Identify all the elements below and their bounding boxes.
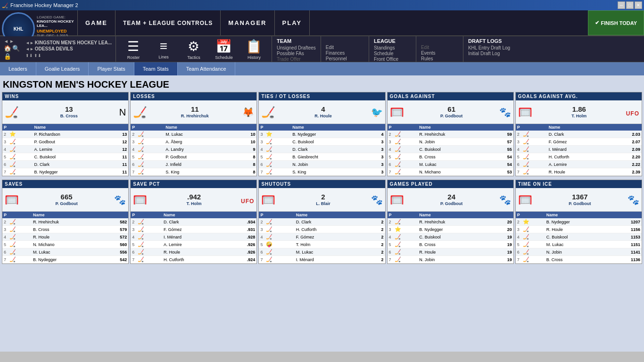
table-row[interactable]: 2 🏒 M. Lukac 10 [131,131,256,138]
table-row[interactable]: 7 🏒 H. Cutforth .924 [131,256,256,263]
table-row[interactable]: 6 🏒 D. Clark 11 [2,161,128,168]
nav-prev-arrow[interactable]: ◄ [4,39,8,44]
events-link[interactable]: Events [421,50,458,56]
table-row[interactable]: 3 🏒 F. Gómez 2.07 [516,138,642,146]
minimize-button[interactable]: ─ [618,1,625,9]
icon-cell: 🏒 [264,248,294,256]
tab-goalie-leaders[interactable]: Goalie Leaders [36,62,89,75]
table-row[interactable]: 4 🏒 D. Clark 3 [259,146,385,153]
lines-button[interactable]: ≡ Lines [150,36,177,62]
value-cell: 19 [494,256,513,263]
table-row[interactable]: 4 🏒 C. Buiskool 1153 [516,233,642,241]
maximize-button[interactable]: □ [626,1,634,9]
lock-icon[interactable]: 🔒 [4,53,11,60]
table-row[interactable]: 6 🏒 N. Jobin 3 [259,161,385,168]
table-row[interactable]: 3 ⭐ B. Nydegger 4 [259,131,385,138]
table-row[interactable]: 6 🏒 M. Lukac 54 [388,161,513,168]
table-row[interactable]: 4 🏒 A. Landry 9 [131,146,256,153]
table-row[interactable]: 3 🏒 A. Åberg 10 [131,138,256,146]
table-row[interactable]: 6 🏒 A. Lemire 2.22 [516,161,642,168]
tactics-button[interactable]: ⚙ Tactics [180,36,207,63]
possible-fas-link[interactable]: Possible FAs [277,51,316,56]
table-row[interactable]: 4 🏒 I. Ménard .928 [131,233,256,241]
table-row[interactable]: 3 🏒 B. Cross 579 [2,226,128,233]
table-row[interactable]: 4 🏒 C. Buiskool 19 [388,233,513,241]
table-row[interactable]: 6 🏒 N. Jobin 1141 [516,248,642,256]
table-row[interactable]: 7 🏒 I. Ménard 2 [259,256,385,263]
table-row[interactable]: 5 🏒 C. Buiskool 11 [2,153,128,161]
table-row[interactable]: 7 🏒 S. King 8 [131,168,256,176]
finances-link[interactable]: Finances [326,50,364,56]
khl-draft-log-link[interactable]: KHL Entry Draft Log [468,45,510,50]
table-row[interactable]: 3 🏒 H. Cutforth 2 [259,226,385,233]
table-row[interactable]: 7 🏒 B. Nydegger 11 [2,168,128,176]
table-row[interactable]: 2 🏒 R. Hrehirchuk 20 [388,218,513,226]
table-row[interactable]: 7 🏒 N. Michano 53 [388,168,513,176]
close-button[interactable]: ✕ [635,1,642,9]
table-row[interactable]: 7 🏒 B. Nydegger 542 [2,256,128,263]
standings-link[interactable]: Standings [374,45,411,50]
tab-player-stats[interactable]: Player Stats [89,62,134,75]
team1-name[interactable]: KINGSTON MEN'S HOCKEY LEA... [35,40,112,45]
table-row[interactable]: 7 🏒 R. Houle 2.39 [516,168,642,176]
table-row[interactable]: 7 🏒 B. Cross 1136 [516,256,642,263]
table-row[interactable]: 6 🏒 R. Houle 19 [388,248,513,256]
rank-cell: 6 [131,161,136,168]
icon-cell: 🏒 [8,241,32,248]
table-row[interactable]: 5 🏒 B. Cross 19 [388,241,513,248]
table-row[interactable]: 4 🏒 F. Gómez 2 [259,233,385,241]
tab-team-attendance[interactable]: Team Attendance [178,62,235,75]
table-row[interactable]: 3 🏒 R. Houle 1156 [516,226,642,233]
table-row[interactable]: 7 🏒 N. Jobin 19 [388,256,513,263]
roster-button[interactable]: ☰ Roster [120,36,147,63]
table-row[interactable]: 4 🏒 C. Buiskool 55 [388,146,513,153]
tab-team-stats[interactable]: Team Stats [134,62,178,75]
table-row[interactable]: 2 🏒 R. Hrehirchuk 59 [388,131,513,138]
table-row[interactable]: 2 🏒 D. Clark 2.03 [516,131,642,138]
table-row[interactable]: 4 🏒 I. Ménard 2.09 [516,146,642,153]
table-row[interactable]: 4 🏒 A. Lemire 12 [2,146,128,153]
history-button[interactable]: 📋 History [240,36,268,63]
table-row[interactable]: 3 🏒 N. Jobin 57 [388,138,513,146]
table-row[interactable]: 3 ⭐ B. Nydegger 20 [388,226,513,233]
team2-name[interactable]: ODESSA DEVILS [35,46,73,51]
rules-link[interactable]: Rules [421,56,458,61]
table-row[interactable]: 5 🏒 B. Giesbrecht 3 [259,153,385,161]
edit-link[interactable]: Edit [326,45,364,50]
table-row[interactable]: 7 🏒 S. King 3 [259,168,385,176]
table-row[interactable]: 6 🏒 M. Lukac 2 [259,248,385,256]
table-row[interactable]: 5 🏒 M. Lukac 1151 [516,241,642,248]
table-row[interactable]: 4 🏒 R. Houle 572 [2,233,128,241]
table-row[interactable]: 2 ⭐ B. Nydegger 1207 [516,218,642,226]
front-office-link[interactable]: Front Office [374,57,411,62]
table-row[interactable]: 2 🏒 R. Hrehirchuk 582 [2,218,128,226]
nav-next-arrow[interactable]: ► [9,39,14,44]
table-row[interactable]: 5 🤪 T. Holm 2 [259,241,385,248]
table-row[interactable]: 5 🏒 A. Lemire .926 [131,241,256,248]
finish-today-button[interactable]: ✔ FINISH TODAY [588,10,644,35]
table-row[interactable]: 2 🏒 D. Clark 2 [259,218,385,226]
schedule-nav-link[interactable]: Schedule [374,51,411,56]
home-icon[interactable]: 🏠 [4,45,11,52]
table-row[interactable]: 2 ⭐ P. Richardson 13 [2,131,128,138]
unsigned-draftees-link[interactable]: Unsigned Draftees [277,45,316,50]
personnel-link[interactable]: Personnel [326,56,364,61]
table-row[interactable]: 6 🏒 R. Houle .926 [131,248,256,256]
col-icon [136,124,164,131]
table-row[interactable]: 6 🏒 J. Infield 8 [131,161,256,168]
table-row[interactable]: 3 🏒 F. Gómez .931 [131,226,256,233]
table-row[interactable]: 5 🏒 H. Cutforth 2.20 [516,153,642,161]
table-row[interactable]: 5 🏒 N. Michano 560 [2,241,128,248]
search-icon[interactable]: 🔍 [12,45,20,52]
leader-avatar-shutouts: 🥅 [261,193,275,206]
table-row[interactable]: 6 🏒 M. Lukac 556 [2,248,128,256]
table-row[interactable]: 3 🏒 P. Godbout 12 [2,138,128,146]
tab-leaders[interactable]: Leaders [0,62,36,75]
col-name: Name [32,212,104,218]
table-row[interactable]: 5 🏒 P. Godbout 8 [131,153,256,161]
table-row[interactable]: 2 🏒 D. Clark .934 [131,218,256,226]
table-row[interactable]: 3 🏒 C. Buiskool 3 [259,138,385,146]
schedule-button[interactable]: 📅 Schedule [210,36,238,63]
initial-draft-log-link[interactable]: Initial Draft Log [468,51,510,56]
table-row[interactable]: 5 🏒 B. Cross 54 [388,153,513,161]
